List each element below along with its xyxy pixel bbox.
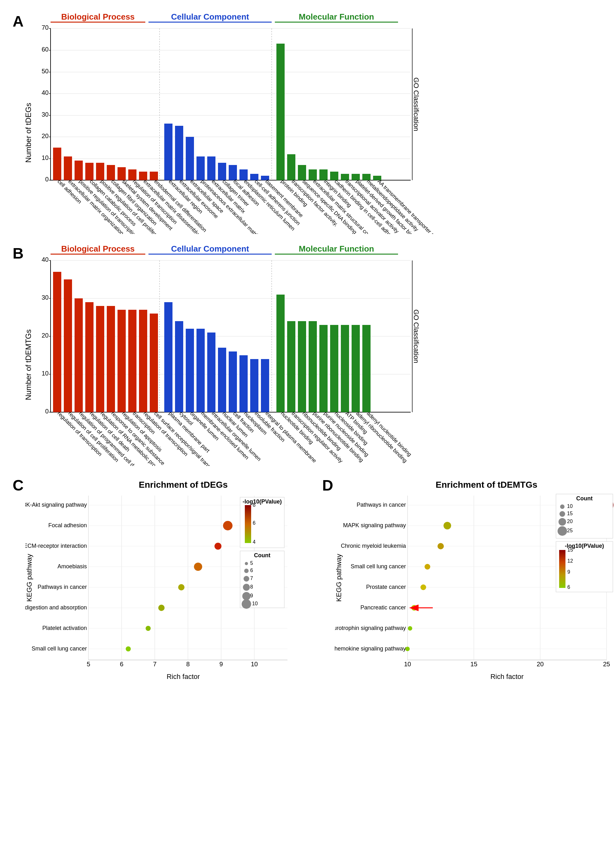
bar-b-mol-4 <box>309 321 317 412</box>
svg-text:15: 15 <box>470 661 477 667</box>
bar-b-bio-10 <box>150 313 158 412</box>
bar-b-cell-1 <box>164 302 173 412</box>
chart-d-svg: Enrichment of tDEMTGs 10 15 20 25 Rich f… <box>335 477 616 692</box>
svg-text:9: 9 <box>567 569 570 574</box>
svg-text:Biological  Process: Biological Process <box>61 13 135 22</box>
svg-text:Focal adhesion: Focal adhesion <box>48 522 87 529</box>
svg-text:12: 12 <box>567 558 573 563</box>
svg-text:25: 25 <box>567 528 573 533</box>
chart-c-svg: Enrichment of tDEGs 5 6 7 8 9 1 <box>25 477 310 692</box>
d-size-20 <box>558 518 566 526</box>
svg-text:8: 8 <box>186 661 190 667</box>
svg-rect-206 <box>559 550 566 588</box>
dot-d-7 <box>408 626 412 631</box>
svg-text:70: 70 <box>42 24 49 31</box>
svg-text:0: 0 <box>45 176 49 183</box>
bar-a-cell-2 <box>175 126 183 180</box>
bar-a-mol-3 <box>298 165 306 180</box>
svg-text:10: 10 <box>251 661 258 667</box>
svg-text:Cellular  Component: Cellular Component <box>171 245 249 253</box>
panel-d: D Enrichment of tDEMTGs 10 15 20 25 Rich <box>322 477 616 693</box>
bar-a-cell-1 <box>164 124 173 180</box>
dot-d-3 <box>437 543 444 549</box>
bar-b-bio-3 <box>75 298 83 412</box>
svg-text:15: 15 <box>567 547 573 552</box>
svg-text:Chronic myeloid leukemia: Chronic myeloid leukemia <box>341 543 406 549</box>
size-legend-5 <box>245 562 248 565</box>
bar-a-bio-3 <box>75 160 83 180</box>
bar-a-mol-2 <box>287 154 295 180</box>
bar-b-cell-3 <box>186 329 194 412</box>
bar-a-bio-1 <box>53 148 61 180</box>
bar-a-bio-7 <box>118 167 126 180</box>
svg-text:40: 40 <box>42 89 49 96</box>
bar-b-bio-5 <box>96 306 104 412</box>
svg-text:15: 15 <box>567 511 573 516</box>
bar-b-bio-9 <box>139 310 147 412</box>
bar-a-cell-4 <box>196 156 205 180</box>
bar-b-mol-3 <box>298 321 306 412</box>
size-legend-7 <box>244 576 249 582</box>
bar-b-mol-2 <box>287 321 295 412</box>
svg-text:9: 9 <box>250 593 253 598</box>
svg-text:10: 10 <box>42 154 49 161</box>
svg-text:60: 60 <box>42 46 49 53</box>
svg-text:Rich factor: Rich factor <box>490 673 523 681</box>
svg-text:MAPK signaling pathway: MAPK signaling pathway <box>343 522 406 529</box>
panel-a-label: A <box>13 13 24 30</box>
main-container: A Biological Process Cellular Component … <box>0 0 616 705</box>
d-size-15 <box>559 511 565 517</box>
bar-b-mol-1 <box>277 294 284 412</box>
svg-text:6: 6 <box>253 520 256 526</box>
svg-rect-156 <box>245 505 251 543</box>
svg-text:adenyl nucleotide binding: adenyl nucleotide binding <box>366 410 413 457</box>
panel-c-label: C <box>13 477 24 494</box>
bar-b-mol-6 <box>330 325 338 412</box>
svg-text:KEGG pathway: KEGG pathway <box>335 554 343 602</box>
bar-a-cell-5 <box>207 156 215 180</box>
bar-b-bio-4 <box>85 302 94 412</box>
bar-a-bio-6 <box>107 165 115 180</box>
bar-b-cell-8 <box>239 355 248 412</box>
bar-b-mol-7 <box>341 325 349 412</box>
svg-text:Platelet activation: Platelet activation <box>42 625 87 631</box>
bar-b-mol-8 <box>352 325 360 412</box>
panel-a: A Biological Process Cellular Component … <box>13 13 603 235</box>
dot-c-8 <box>126 647 131 651</box>
size-legend-6 <box>244 569 248 573</box>
dot-c-5 <box>178 584 184 590</box>
svg-text:Molecular  Function: Molecular Function <box>299 13 374 22</box>
svg-text:Prostate cancer: Prostate cancer <box>366 584 406 590</box>
dot-c-3 <box>214 543 222 550</box>
svg-text:6: 6 <box>120 661 123 667</box>
bar-b-bio-1 <box>53 272 61 412</box>
bar-b-cell-5 <box>207 332 215 412</box>
bar-a-bio-4 <box>85 163 94 180</box>
svg-text:Neurotrophin signaling pathway: Neurotrophin signaling pathway <box>335 625 406 631</box>
svg-text:Pancreatic cancer: Pancreatic cancer <box>360 604 406 611</box>
svg-text:7: 7 <box>250 576 253 581</box>
svg-text:30: 30 <box>42 294 49 301</box>
bar-b-cell-7 <box>229 351 237 412</box>
bar-a-bio-5 <box>96 163 104 180</box>
size-legend-9 <box>242 592 250 600</box>
svg-text:10: 10 <box>42 370 49 377</box>
svg-text:KEGG pathway: KEGG pathway <box>25 554 33 602</box>
svg-text:ECM-receptor interaction: ECM-receptor interaction <box>25 543 87 549</box>
svg-text:20: 20 <box>537 661 544 667</box>
svg-text:Enrichment  of tDEGs: Enrichment of tDEGs <box>139 480 228 489</box>
svg-text:Number of tDEGs: Number of tDEGs <box>25 103 33 162</box>
svg-text:10: 10 <box>567 504 573 509</box>
bar-b-cell-10 <box>261 359 269 412</box>
svg-text:Pathways in cancer: Pathways in cancer <box>357 502 406 508</box>
svg-text:6: 6 <box>250 568 253 573</box>
svg-text:5: 5 <box>250 560 253 566</box>
bar-a-cell-3 <box>186 137 194 180</box>
svg-text:7: 7 <box>153 661 156 667</box>
svg-text:10: 10 <box>252 601 258 606</box>
dot-d-4 <box>424 564 430 570</box>
svg-text:5: 5 <box>86 661 90 667</box>
svg-text:4: 4 <box>253 539 256 544</box>
svg-text:9: 9 <box>219 661 223 667</box>
size-legend-8 <box>243 584 250 591</box>
